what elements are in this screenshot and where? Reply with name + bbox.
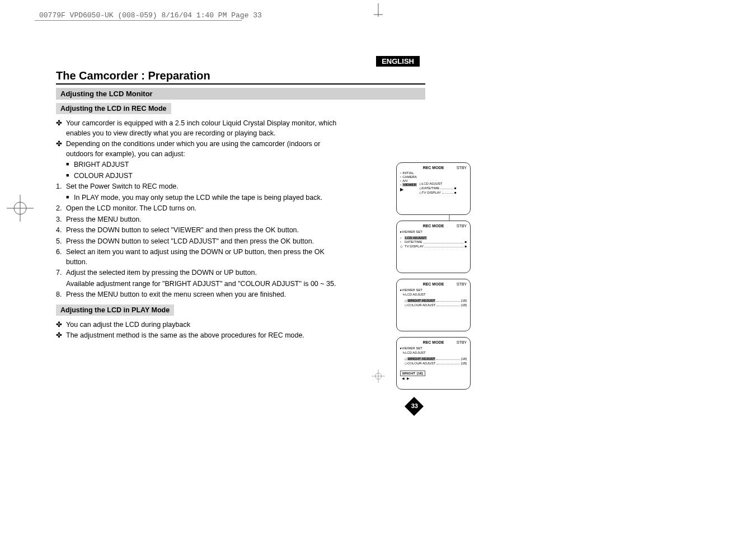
body-text: Press the DOWN button to select "VIEWER"… [66,226,299,236]
step-item: 7.Adjust the selected item by pressing t… [56,268,341,278]
file-metadata: 00779F VPD6050-UK (008-059) 8/16/04 1:40… [39,11,262,20]
body-text: Your camcorder is equipped with a 2.5 in… [66,119,341,138]
body-text: Press the MENU button to exit the menu s… [66,290,286,300]
folder-icon: ▫ [400,175,401,179]
toggle-icon: ■ [454,191,457,194]
step-item: 8.Press the MENU button to exit the menu… [56,290,341,300]
folder-icon: ▫ [400,236,405,240]
page-number: 33 [407,400,421,413]
subsection-heading: Adjusting the LCD in PLAY Mode [56,305,174,316]
divider [35,20,242,21]
body-text: Open the LCD monitor. The LCD turns on. [66,204,196,214]
body-text: Adjust the selected item by pressing the… [66,268,257,278]
menu-item: CAMERA [402,175,417,179]
menu-viewer-set: VIEWER SET [402,346,422,350]
bullet-item: ✤The adjustment method is the same as th… [56,331,341,341]
body-text: Available adjustment range for "BRIGHT A… [66,279,336,289]
menu-value: [18] [461,362,467,365]
menu-item: TV DISPLAY [405,245,424,248]
cursor-icon: ▶ [400,187,403,192]
toggle-icon: ■ [464,240,467,243]
menu-mode-label: REC MODE [423,224,444,228]
bullet-item: ✤Depending on the conditions under which… [56,139,341,159]
menu-screenshot-2: REC MODESTBY ▸VIEWER SET ▫LCD ADJUST ▫DA… [396,221,471,273]
brightness-slider: BRIGHT [18] [400,371,425,376]
menu-item: A/V [402,179,408,182]
step-item: 6.Select an item you want to adjust usin… [56,247,341,267]
sub-bullet-item: ■COLOUR ADJUST [66,171,341,181]
bullet-item: ✤Your camcorder is equipped with a 2.5 i… [56,119,341,138]
menu-viewer-set: VIEWER SET [402,288,422,292]
menu-item: LCD ADJUST [422,182,443,185]
menu-item: DATE/TIME [405,240,422,243]
body-text: You can adjust the LCD during playback [66,320,190,330]
menu-mode-label: REC MODE [423,282,444,286]
menu-item: TV DISPLAY [422,191,441,194]
menu-stby: STBY [457,340,467,344]
page-title: The Camcorder : Preparation [56,69,425,85]
sub-bullet-item: ■BRIGHT ADJUST [66,160,341,170]
step-item: 4.Press the DOWN button to select "VIEWE… [56,226,341,236]
menu-stby: STBY [457,166,467,170]
body-text: In PLAY mode, you may only setup the LCD… [74,193,322,203]
folder-icon: ▫ [400,171,401,175]
step-item: 5.Press the DOWN button to select "LCD A… [56,237,341,247]
menu-screenshot-1: REC MODESTBY ▫INITIAL ▫CAMERA ▫A/V ▫VIEW… [396,162,471,215]
menu-item: DATE/TIME [422,186,440,190]
folder-icon: ▫ [400,183,401,186]
slider-label: BRIGHT [402,372,415,375]
menu-item: COLOUR ADJUST [407,303,435,307]
menu-lcd-adjust: LCD ADJUST [405,351,426,354]
step-item: 2.Open the LCD monitor. The LCD turns on… [56,204,341,214]
menu-screenshot-3: REC MODESTBY ▸VIEWER SET ↳LCD ADJUST ◇ B… [396,279,471,331]
menu-stby: STBY [457,224,467,228]
step-item: 1.Set the Power Switch to REC mode. [56,182,341,192]
body-text: Press the MENU button. [66,215,142,225]
menu-value: [18] [461,303,467,307]
menu-item: COLOUR ADJUST [407,362,435,365]
menu-viewer-set: VIEWER SET [402,230,422,233]
crop-mark-icon [372,3,385,17]
registration-mark-icon [372,369,385,383]
step-note: Available adjustment range for "BRIGHT A… [66,279,341,289]
body-text: The adjustment method is the same as the… [66,331,304,341]
menu-item-selected: LCD ADJUST [405,236,427,240]
subsection-heading: Adjusting the LCD in REC Mode [56,103,171,114]
menu-value: [18] [461,357,467,360]
sub-bullet-item: ■In PLAY mode, you may only setup the LC… [66,193,341,203]
menu-mode-label: REC MODE [423,340,444,344]
bullet-item: ✤You can adjust the LCD during playback [56,320,341,330]
menu-item-selected: BRIGHT ADJUST [407,357,435,360]
folder-icon: ▫ [400,179,401,182]
page-number-value: 33 [411,402,418,409]
toggle-icon: ■ [454,186,457,190]
menu-mode-label: REC MODE [423,166,444,170]
menu-lcd-adjust: LCD ADJUST [405,293,426,296]
menu-item-selected: VIEWER [402,183,417,186]
menu-item: INITIAL [402,171,414,175]
section-heading: Adjusting the LCD Monitor [56,88,425,100]
body-text: Set the Power Switch to REC mode. [66,182,179,192]
registration-mark-icon [7,195,34,222]
body-text: Depending on the conditions under which … [66,139,341,159]
slider-arrows: ◀▶ [402,376,467,380]
menu-stby: STBY [457,282,467,286]
menu-screenshot-4: REC MODESTBY ▸VIEWER SET ↳LCD ADJUST ◇ B… [396,337,471,390]
slider-value: [18] [417,372,423,375]
folder-icon: ▫ [400,240,405,243]
body-text: Select an item you want to adjust using … [66,247,341,267]
toggle-icon: ■ [464,245,467,248]
step-item: 3.Press the MENU button. [56,215,341,225]
language-badge: ENGLISH [376,56,420,67]
body-text: Press the DOWN button to select "LCD ADJ… [66,237,314,247]
body-text: COLOUR ADJUST [74,171,133,181]
body-text: BRIGHT ADJUST [74,160,129,170]
menu-item-selected: BRIGHT ADJUST [407,299,435,302]
menu-value: [18] [461,299,467,302]
